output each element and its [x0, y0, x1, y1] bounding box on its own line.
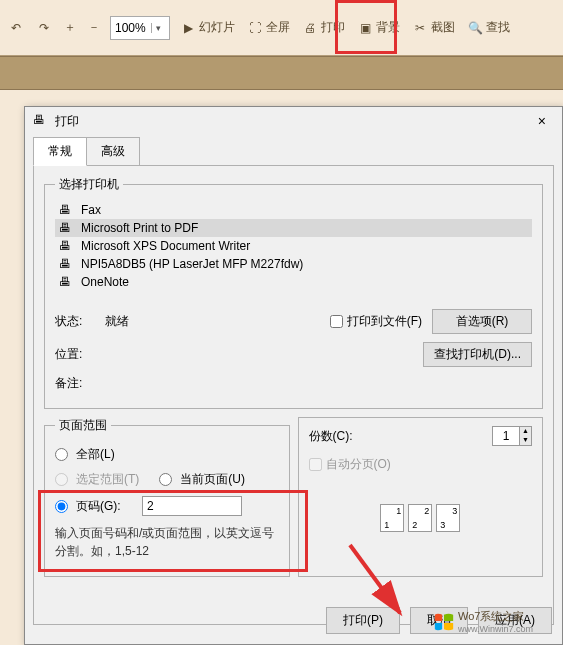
- printer-icon: 🖶: [59, 239, 75, 253]
- radio-pages[interactable]: 页码(G):: [55, 492, 279, 520]
- radio-selection-input: [55, 473, 68, 486]
- print-to-file-input[interactable]: [330, 315, 343, 328]
- zoom-in-button[interactable]: ＋: [58, 15, 82, 40]
- tab-advanced[interactable]: 高级: [86, 137, 140, 166]
- zoom-value: 100%: [115, 21, 146, 35]
- slideshow-button[interactable]: ▶ 幻灯片: [174, 15, 241, 40]
- page-stack-icon: 22: [408, 504, 432, 532]
- plus-icon: ＋: [64, 19, 76, 36]
- printer-icon: 🖶: [59, 203, 75, 217]
- forward-icon: ↷: [36, 20, 52, 36]
- background-button[interactable]: ▣ 背景: [351, 15, 406, 40]
- printer-item-onenote[interactable]: 🖶OneNote: [55, 273, 532, 291]
- radio-current-input[interactable]: [159, 473, 172, 486]
- zoom-combo[interactable]: 100% ▾: [110, 16, 170, 40]
- refresh-button[interactable]: ↶: [2, 16, 30, 40]
- pages-hint: 输入页面号码和/或页面范围，以英文逗号分割。如，1,5-12: [55, 524, 279, 560]
- screenshot-button[interactable]: ✂ 截图: [406, 15, 461, 40]
- redo-button[interactable]: ↷: [30, 16, 58, 40]
- dialog-titlebar: 🖶 打印 ×: [25, 107, 562, 135]
- close-button[interactable]: ×: [530, 113, 554, 129]
- dialog-title: 打印: [55, 113, 530, 130]
- comment-label: 备注:: [55, 375, 95, 392]
- print-dialog: 🖶 打印 × 常规 高级 选择打印机 🖶Fax 🖶Microsoft Print…: [24, 106, 563, 645]
- scissors-icon: ✂: [412, 20, 428, 36]
- printer-icon: 🖶: [59, 275, 75, 289]
- fullscreen-button[interactable]: ⛶ 全屏: [241, 15, 296, 40]
- print-toolbar-button[interactable]: 🖨 打印: [296, 15, 351, 40]
- printer-item-pdf[interactable]: 🖶Microsoft Print to PDF: [55, 219, 532, 237]
- radio-current[interactable]: 当前页面(U): [159, 467, 245, 492]
- printer-group: 选择打印机 🖶Fax 🖶Microsoft Print to PDF 🖶Micr…: [44, 176, 543, 409]
- printer-check-icon: 🖶: [59, 221, 75, 235]
- apply-button[interactable]: 应用(A): [478, 607, 552, 634]
- preferences-button[interactable]: 首选项(R): [432, 309, 532, 334]
- page-stack-icon: 11: [380, 504, 404, 532]
- document-area-strip: [0, 56, 563, 90]
- zoom-out-button[interactable]: －: [82, 15, 106, 40]
- radio-all-input[interactable]: [55, 448, 68, 461]
- collate-preview: 11 22 33: [309, 504, 533, 532]
- printer-icon: 🖶: [33, 113, 49, 129]
- status-value: 就绪: [105, 313, 320, 330]
- printer-item-fax[interactable]: 🖶Fax: [55, 201, 532, 219]
- page-range-label: 页面范围: [55, 417, 111, 434]
- location-label: 位置:: [55, 346, 95, 363]
- status-label: 状态:: [55, 313, 95, 330]
- back-icon: ↶: [8, 20, 24, 36]
- fullscreen-icon: ⛶: [247, 20, 263, 36]
- search-button[interactable]: 🔍 查找: [461, 15, 516, 40]
- printer-item-xps[interactable]: 🖶Microsoft XPS Document Writer: [55, 237, 532, 255]
- printer-icon: 🖶: [59, 257, 75, 271]
- find-printer-button[interactable]: 查找打印机(D)...: [423, 342, 532, 367]
- page-stack-icon: 33: [436, 504, 460, 532]
- search-icon: 🔍: [467, 20, 483, 36]
- pages-input[interactable]: [142, 496, 242, 516]
- collate-checkbox: 自动分页(O): [309, 456, 391, 473]
- app-toolbar: ↶ ↷ ＋ － 100% ▾ ▶ 幻灯片 ⛶ 全屏 🖨 打印 ▣ 背景 ✂ 截图…: [0, 0, 563, 56]
- copies-input[interactable]: [493, 427, 519, 445]
- printer-icon: 🖨: [302, 20, 318, 36]
- tab-content: 选择打印机 🖶Fax 🖶Microsoft Print to PDF 🖶Micr…: [33, 165, 554, 625]
- spin-up-icon[interactable]: ▲: [520, 427, 531, 436]
- copies-spinner[interactable]: ▲ ▼: [492, 426, 532, 446]
- print-to-file-checkbox[interactable]: 打印到文件(F): [330, 313, 422, 330]
- copies-group: 份数(C): ▲ ▼ 自动分页(O) 11 22: [298, 417, 544, 577]
- printer-item-hp[interactable]: 🖶NPI5A8DB5 (HP LaserJet MFP M227fdw): [55, 255, 532, 273]
- print-button[interactable]: 打印(P): [326, 607, 400, 634]
- printer-list[interactable]: 🖶Fax 🖶Microsoft Print to PDF 🖶Microsoft …: [55, 201, 532, 301]
- tab-general[interactable]: 常规: [33, 137, 87, 166]
- spin-down-icon[interactable]: ▼: [520, 436, 531, 445]
- chevron-down-icon: ▾: [151, 23, 165, 33]
- background-icon: ▣: [357, 20, 373, 36]
- tab-strip: 常规 高级: [25, 137, 562, 166]
- slideshow-icon: ▶: [180, 20, 196, 36]
- cancel-button[interactable]: 取消: [410, 607, 468, 634]
- copies-label: 份数(C):: [309, 428, 485, 445]
- radio-all[interactable]: 全部(L): [55, 442, 279, 467]
- collate-input: [309, 458, 322, 471]
- radio-selection: 选定范围(T): [55, 467, 139, 492]
- radio-pages-input[interactable]: [55, 500, 68, 513]
- printer-group-label: 选择打印机: [55, 176, 123, 193]
- dialog-button-row: 打印(P) 取消 应用(A): [326, 607, 552, 634]
- page-range-group: 页面范围 全部(L) 选定范围(T) 当前页面(U): [44, 417, 290, 577]
- minus-icon: －: [88, 19, 100, 36]
